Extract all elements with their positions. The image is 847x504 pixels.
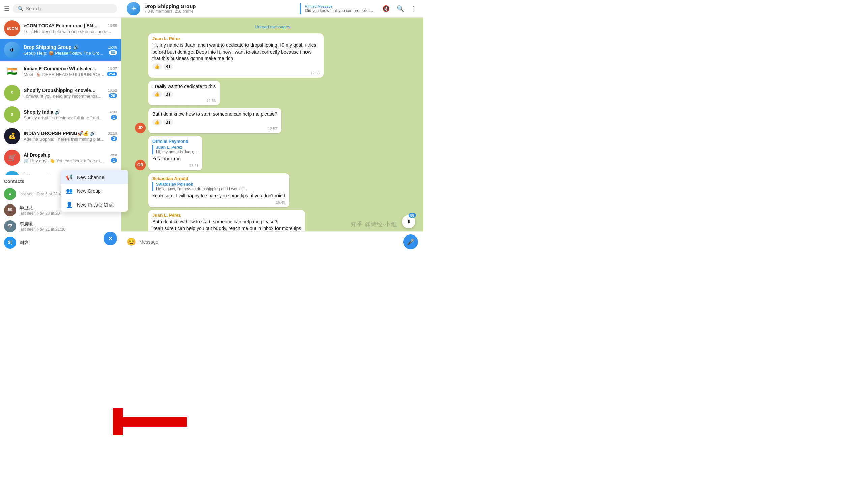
msg-sender: Juan L. Pérez [152,36,319,41]
chat-info: INDIAN DROPSHIPPING🚀💰 🔊 02:19 Adelina So… [23,131,117,142]
chat-item-alidrop[interactable]: 🛒 AliDropship Wed 🛒 Hey guys 👋 You can b… [0,147,121,168]
msg-sender: Sebastian Arnold [152,176,285,181]
chat-item-indian[interactable]: 🇮🇳 Indian E-Commerce Wholsaler B2... 16:… [0,61,121,82]
search-chat-icon[interactable]: 🔍 [395,4,405,14]
chat-header: ✈ Drop Shipping Group 7 048 members, 258… [121,0,424,18]
avatar: ECOM [4,20,20,36]
chat-preview: Adelina Sophia: There's this mining plat… [23,137,104,142]
pinned-message[interactable]: Pinned Message Did you know that you can… [300,3,377,15]
mute-icon[interactable]: 🔇 [381,4,391,14]
avatar: ✈ [4,42,20,58]
avatar: 毕 [4,204,16,216]
msg-bubble: Juan L. Pérez But i dont know how to sta… [148,210,305,231]
search-icon: 🔍 [18,6,23,12]
input-area: 😊 🎤 [121,231,424,252]
avatar: 🛒 [4,149,20,166]
messages-area: Unread messages Juan L. Pérez Hi, my nam… [121,18,424,231]
group-info: Drop Shipping Group 7 048 members, 258 o… [144,3,296,14]
chat-item-shopify_drop[interactable]: S Shopify Dropshipping Knowledge ... 15:… [0,82,121,104]
msg-sender: Official Raymond [152,139,198,144]
chat-name: Indian E-Commerce Wholsaler B2... [23,66,98,71]
chat-time: 14:33 [107,110,117,114]
chat-time: 02:19 [107,131,117,136]
search-input[interactable] [26,6,112,12]
emoji-button[interactable]: 😊 [127,237,136,246]
chat-time: 16:46 [107,45,117,49]
unread-divider: Unread messages [135,24,410,29]
contact-item-c3[interactable]: 李 李晨曦 last seen Nov 21 at 21:30 [4,218,117,234]
menu-item-new_private[interactable]: 👤 New Private Chat [61,198,128,212]
hamburger-icon[interactable]: ☰ [4,5,10,13]
avatar: 🇮🇳 [4,63,20,79]
msg-bubble: I really want to dedicate to this 👍BT 12… [148,80,220,106]
chat-name: AliDropship [23,152,50,158]
msg-bubble: But i dont know how to start, someone ca… [148,108,281,133]
msg-avatar: JP [135,123,146,133]
chat-item-ecom[interactable]: ECOM eCOM TODAY Ecommerce | ENG C... 16:… [0,18,121,39]
msg-bubble: Juan L. Pérez Hi, my name is Juan, and i… [148,33,324,78]
msg-text: But i dont know how to start, someone ca… [152,111,277,118]
menu-icon-new_private: 👤 [66,201,73,208]
reaction: BT [163,119,173,125]
avatar: ● [4,188,16,200]
contact-item-c4[interactable]: 刘 刘焰 [4,234,117,251]
reply-text: Hello guys, I'm new to dropshipping and … [156,187,250,191]
avatar: 💰 [4,128,20,144]
search-box[interactable]: 🔍 [13,4,117,14]
avatar: 李 [4,220,16,232]
chat-preview: 🛒 Hey guys 👋 You can book a free m... [23,158,104,163]
chat-item-shopify_india[interactable]: S Shopify India 🔊 14:33 Sanjay graphics … [0,104,121,125]
msg-text: Yeah sure, I will happy to share you som… [152,193,285,199]
menu-item-new_group[interactable]: 👥 New Group [61,184,128,198]
chat-item-dropship[interactable]: ✈ Drop Shipping Group 🔊 16:46 Group Help… [0,39,121,61]
chat-name: eCOM TODAY Ecommerce | ENG C... [23,23,98,28]
close-contacts-button[interactable]: ✕ [104,232,117,245]
chat-item-indian_drop[interactable]: 💰 INDIAN DROPSHIPPING🚀💰 🔊 02:19 Adelina … [0,125,121,147]
pinned-label: Pinned Message [305,4,373,8]
chat-list: ECOM eCOM TODAY Ecommerce | ENG C... 16:… [0,18,121,175]
reply-name: Juan L. Pérez [156,145,198,149]
message-m4: OR Official Raymond Juan L. Pérez Hi, my… [135,136,410,170]
chat-name: Shopify India 🔊 [23,109,60,114]
contact-info: 刘焰 [20,239,28,246]
unread-badge: 88 [109,50,117,55]
chat-name: INDIAN DROPSHIPPING🚀💰 🔊 [23,131,96,136]
contact-name: 刘焰 [20,239,28,246]
group-members: 7 048 members, 258 online [144,9,296,14]
reply-text: Hi, my name is Juan, ... [156,149,198,154]
msg-avatar: OR [135,160,146,170]
chat-time: Wed [109,153,117,157]
msg-time: 12:57 [152,127,277,131]
menu-item-new_channel[interactable]: 📢 New Channel [61,170,128,184]
sidebar: ☰ 🔍 ECOM eCOM TODAY Ecommerce | ENG C...… [0,0,121,252]
msg-time: 12:56 [152,71,319,75]
chat-name: Drop Shipping Group 🔊 [23,44,79,50]
chat-name: Shopify Dropshipping Knowledge ... [23,88,98,93]
avatar: S [4,85,20,101]
msg-reactions: 👍BT [152,63,319,70]
more-options-icon[interactable]: ⋮ [409,4,418,14]
scroll-down-button[interactable]: 88 ⬇ [402,215,415,229]
group-avatar: ✈ [127,2,140,16]
menu-label-new_group: New Group [77,188,101,194]
chat-info: Drop Shipping Group 🔊 16:46 Group Help: … [23,44,117,56]
message-input[interactable] [139,239,400,245]
msg-bubble: Sebastian Arnold Sviatoslav Polenok Hell… [148,173,289,208]
msg-bubble: Official Raymond Juan L. Pérez Hi, my na… [148,136,202,170]
context-menu: 📢 New Channel 👥 New Group 👤 New Private … [61,170,128,212]
scroll-badge: 88 [409,213,416,218]
chat-preview: Group Help: 📦 Please Follow The Gro... [23,51,103,56]
msg-time: 15:49 [152,200,285,204]
msg-time: 12:56 [152,99,216,103]
msg-reactions: 👍BT [152,91,216,97]
chat-info: Shopify India 🔊 14:33 Sanjay graphics de… [23,109,117,120]
msg-time: 13:21 [152,164,198,168]
unread-badge: 26 [109,93,117,98]
contact-name: 毕卫龙 [20,205,60,211]
chat-time: 16:55 [107,23,117,28]
menu-icon-new_channel: 📢 [66,174,73,180]
contact-status: last seen Dec 6 at 22:42 [20,192,63,196]
mic-button[interactable]: 🎤 [403,234,418,249]
contact-name: 李晨曦 [20,221,65,227]
msg-reactions: 👍BT [152,119,277,125]
